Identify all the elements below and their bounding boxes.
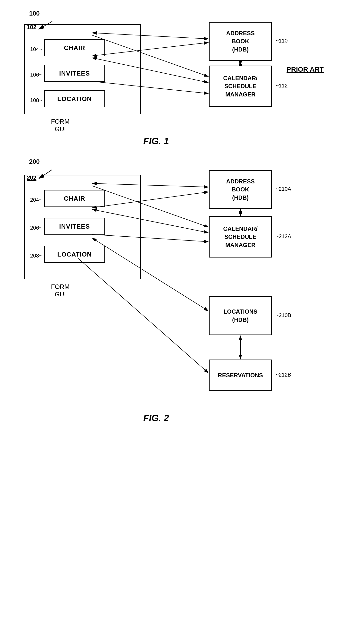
fig1-chair-field: CHAIR — [44, 39, 105, 56]
ref-112-label: ~112 — [275, 83, 288, 89]
ref-110-label: ~110 — [275, 38, 288, 44]
fig2-invitees-field: INVITEES — [44, 218, 105, 235]
ref-210b-label: ~210B — [275, 312, 291, 318]
ref-102-label: 102 — [27, 24, 36, 31]
fig1-caption: FIG. 1 — [143, 136, 169, 147]
fig1-form-gui-label: FORM GUI — [51, 118, 70, 133]
ref-208-label: 208~ — [30, 253, 42, 259]
ref-206-label: 206~ — [30, 225, 42, 231]
fig1-form-gui-box: 102 104~ 106~ 108~ CHAIR INVITEES LOCATI… — [24, 24, 141, 114]
fig2-chair-field: CHAIR — [44, 190, 105, 207]
fig1-invitees-field: INVITEES — [44, 65, 105, 82]
ref-212a-label: ~212A — [275, 233, 291, 240]
ref-106-label: 106~ — [30, 72, 42, 78]
page: 100 102 104~ 106~ 108~ CHAIR INVITEES LO… — [0, 0, 364, 627]
ref-202-label: 202 — [27, 174, 36, 181]
ref-108-label: 108~ — [30, 97, 42, 104]
fig2-address-book-box: ADDRESS BOOK (HDB) — [209, 170, 272, 209]
fig2-reservations-box: RESERVATIONS — [209, 360, 272, 391]
fig2-form-gui-box: 202 204~ 206~ 208~ CHAIR INVITEES LOCATI… — [24, 175, 141, 279]
ref-210a-label: ~210A — [275, 186, 291, 192]
fig2-caption: FIG. 2 — [143, 413, 169, 423]
ref-200-label: 200 — [29, 158, 40, 165]
fig2-diagram: 200 202 204~ 206~ 208~ CHAIR INVITEES LO… — [10, 156, 355, 612]
fig2-locations-box: LOCATIONS (HDB) — [209, 296, 272, 335]
fig1-calendar-box: CALENDAR/ SCHEDULE MANAGER — [209, 66, 272, 107]
ref-100-label: 100 — [29, 10, 40, 17]
ref-204-label: 204~ — [30, 197, 42, 203]
fig2-location-field: LOCATION — [44, 246, 105, 263]
ref-212b-label: ~212B — [275, 372, 291, 378]
fig1-address-book-box: ADDRESS BOOK (HDB) — [209, 22, 272, 61]
fig2-calendar-box: CALENDAR/ SCHEDULE MANAGER — [209, 216, 272, 258]
prior-art-label: PRIOR ART — [286, 66, 324, 73]
fig2-form-gui-label: FORM GUI — [51, 283, 70, 298]
fig1-diagram: 100 102 104~ 106~ 108~ CHAIR INVITEES LO… — [10, 7, 355, 148]
ref-104-label: 104~ — [30, 46, 42, 52]
fig1-location-field: LOCATION — [44, 90, 105, 107]
